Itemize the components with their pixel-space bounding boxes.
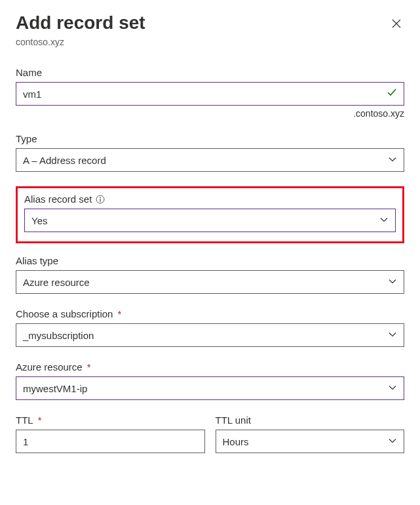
type-label: Type	[16, 133, 404, 144]
alias-record-set-select[interactable]: Yes	[24, 209, 396, 232]
azure-resource-value: mywestVM1-ip	[23, 383, 87, 394]
alias-type-select[interactable]: Azure resource	[16, 270, 404, 294]
chevron-down-icon	[388, 155, 397, 166]
ttl-input[interactable]	[16, 430, 205, 453]
name-suffix: .contoso.xyz	[16, 108, 404, 119]
svg-point-1	[100, 197, 101, 198]
subscription-value: _mysubscription	[23, 330, 94, 341]
ttl-label: TTL*	[16, 414, 205, 426]
close-button[interactable]	[389, 16, 404, 34]
required-indicator: *	[117, 308, 121, 319]
svg-rect-2	[100, 199, 101, 202]
alias-type-value: Azure resource	[23, 277, 90, 288]
azure-resource-select[interactable]: mywestVM1-ip	[16, 376, 404, 400]
chevron-down-icon	[388, 383, 397, 394]
chevron-down-icon	[388, 436, 397, 447]
alias-record-set-value: Yes	[31, 215, 47, 226]
name-input[interactable]	[16, 82, 404, 106]
alias-record-set-label: Alias record set	[24, 193, 396, 205]
chevron-down-icon	[388, 277, 397, 288]
name-label: Name	[16, 67, 404, 78]
close-icon	[391, 18, 402, 29]
subscription-select[interactable]: _mysubscription	[16, 323, 404, 347]
checkmark-icon	[386, 87, 398, 101]
alias-record-set-highlight: Alias record set Yes	[16, 186, 404, 243]
ttl-unit-select[interactable]: Hours	[216, 430, 405, 453]
ttl-unit-value: Hours	[223, 436, 249, 447]
type-select[interactable]: A – Address record	[16, 148, 404, 172]
azure-resource-label: Azure resource*	[16, 361, 404, 373]
type-value: A – Address record	[23, 155, 106, 166]
chevron-down-icon	[379, 215, 389, 226]
subscription-label: Choose a subscription*	[16, 308, 404, 319]
page-subtitle: contoso.xyz	[16, 37, 404, 47]
chevron-down-icon	[388, 330, 397, 341]
alias-type-label: Alias type	[16, 255, 404, 266]
required-indicator: *	[87, 361, 91, 373]
required-indicator: *	[38, 414, 42, 426]
ttl-unit-label: TTL unit	[216, 414, 405, 426]
page-title: Add record set	[16, 12, 145, 34]
info-icon[interactable]	[96, 195, 105, 204]
